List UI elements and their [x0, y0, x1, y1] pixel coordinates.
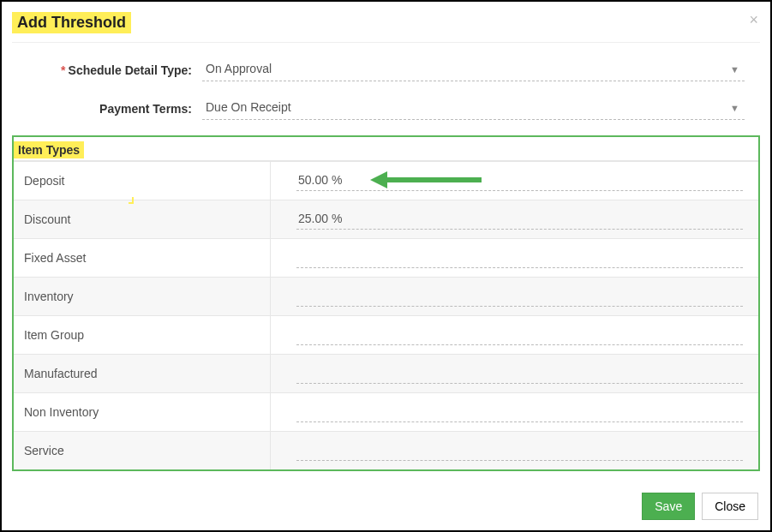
add-threshold-modal: Add Threshold × *Schedule Detail Type: O…	[0, 0, 772, 532]
item-type-label: Fixed Asset	[14, 239, 271, 277]
label-text: Schedule Detail Type:	[69, 63, 192, 77]
item-type-value-cell	[271, 200, 758, 238]
item-type-label: Inventory	[14, 278, 271, 315]
item-type-value-cell	[271, 162, 758, 200]
label-text: Payment Terms:	[99, 102, 192, 116]
item-type-row: Manufactured	[14, 354, 758, 392]
item-type-value-cell	[271, 239, 758, 277]
item-type-value-cell	[271, 278, 758, 315]
item-type-label: Service	[14, 432, 271, 469]
item-type-percent-input[interactable]	[296, 286, 743, 307]
payment-terms-label: Payment Terms:	[27, 102, 202, 116]
item-types-header-row: Item Types	[14, 137, 758, 161]
item-type-percent-input[interactable]	[296, 402, 743, 422]
schedule-detail-type-select[interactable]: On Approval	[202, 58, 745, 81]
modal-footer: Save Close	[642, 493, 758, 520]
header-divider	[12, 42, 760, 43]
item-type-percent-input[interactable]	[296, 440, 743, 461]
form-area: *Schedule Detail Type: On Approval ▼ Pay…	[12, 58, 760, 120]
save-button[interactable]: Save	[642, 493, 695, 520]
item-type-row: Discount	[14, 200, 758, 238]
item-type-value-cell	[271, 432, 758, 469]
item-type-percent-input[interactable]	[296, 325, 743, 345]
annotation-tick	[129, 197, 134, 204]
item-types-grid: DepositDiscountFixed AssetInventoryItem …	[14, 161, 758, 469]
item-types-header: Item Types	[14, 141, 84, 158]
item-type-row: Service	[14, 431, 758, 469]
item-type-label: Discount	[14, 200, 271, 238]
item-type-row: Fixed Asset	[14, 238, 758, 277]
item-type-percent-input[interactable]	[296, 170, 743, 191]
schedule-detail-type-row: *Schedule Detail Type: On Approval ▼	[27, 58, 745, 81]
close-icon[interactable]: ×	[749, 12, 760, 27]
modal-title: Add Threshold	[12, 12, 131, 33]
item-type-label: Deposit	[14, 162, 271, 200]
item-type-row: Inventory	[14, 277, 758, 315]
item-types-section: Item Types DepositDiscountFixed AssetInv…	[12, 135, 760, 471]
payment-terms-row: Payment Terms: Due On Receipt ▼	[27, 97, 745, 120]
item-type-row: Deposit	[14, 161, 758, 200]
item-type-percent-input[interactable]	[296, 209, 743, 230]
required-marker: *	[61, 63, 65, 77]
item-type-label: Item Group	[14, 316, 271, 354]
item-type-value-cell	[271, 355, 758, 392]
item-type-percent-input[interactable]	[296, 363, 743, 384]
item-type-row: Non Inventory	[14, 392, 758, 431]
item-type-percent-input[interactable]	[296, 248, 743, 268]
item-type-value-cell	[271, 393, 758, 431]
modal-header: Add Threshold ×	[12, 12, 760, 33]
schedule-detail-type-label: *Schedule Detail Type:	[27, 63, 202, 77]
item-type-value-cell	[271, 316, 758, 354]
payment-terms-select[interactable]: Due On Receipt	[202, 97, 745, 120]
item-type-label: Manufactured	[14, 355, 271, 392]
item-type-label: Non Inventory	[14, 393, 271, 431]
item-type-row: Item Group	[14, 315, 758, 354]
close-button[interactable]: Close	[702, 493, 758, 520]
